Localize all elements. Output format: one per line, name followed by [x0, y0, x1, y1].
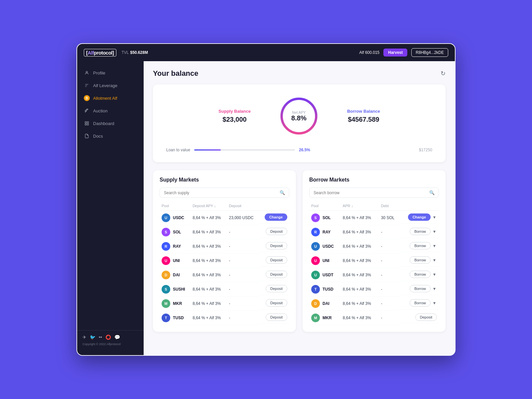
supply-market-table: Pool Deposit APY ↓ Deposit U USDC 8,64 %… — [160, 202, 289, 325]
borrow-pool-name: MKR — [323, 316, 332, 320]
supply-deposit-cell: - — [227, 239, 259, 254]
supply-search-input[interactable] — [164, 191, 277, 195]
twitter-icon[interactable]: 🐦 — [90, 334, 95, 340]
supply-deposit-button[interactable]: Deposit — [266, 285, 287, 292]
medium-icon[interactable]: •• — [99, 334, 102, 340]
supply-action-cell: Deposit — [259, 297, 289, 310]
supply-deposit-button[interactable]: Deposit — [266, 271, 287, 278]
svg-rect-4 — [87, 124, 88, 125]
borrow-apr-cell: 8,64 % + Alf 3% — [341, 211, 379, 225]
borrow-borrow-button[interactable]: Borrow — [410, 271, 431, 278]
supply-table-row: M MKR 8,64 % + Alf 3% - Deposit — [160, 297, 289, 311]
borrow-pool-cell: U UNI — [311, 256, 339, 265]
sidebar-item-profile[interactable]: Profile — [77, 66, 144, 79]
supply-change-button[interactable]: Change — [265, 213, 287, 221]
borrow-debt-cell: - — [379, 297, 400, 311]
borrow-debt-cell: - — [379, 311, 400, 325]
supply-action-cell: Deposit — [259, 282, 289, 295]
discord-icon[interactable]: 💬 — [114, 334, 120, 340]
borrow-pool-cell: U USDT — [311, 271, 339, 279]
content-header: Your balance ↻ — [153, 69, 446, 78]
reddit-icon[interactable]: ⭕ — [105, 334, 111, 340]
supply-pool-icon: S — [162, 285, 170, 294]
borrow-search-input[interactable] — [314, 191, 427, 195]
ltv-track — [194, 149, 295, 151]
ltv-percent: 26.5% — [299, 148, 310, 152]
supply-apy-cell: 8,64 % + Alf 3% — [191, 239, 227, 254]
borrow-action-cell: Borrow ▾ — [400, 282, 439, 295]
borrow-debt-cell: - — [379, 239, 400, 254]
topbar-right: Alf 600.015 Harvest R8HBg4...2kDE — [359, 48, 448, 57]
supply-balance-value: $23,000 — [218, 116, 251, 123]
borrow-borrow-button[interactable]: Borrow — [410, 285, 431, 292]
leverage-icon — [84, 82, 90, 88]
borrow-borrow-button[interactable]: Borrow — [410, 299, 431, 307]
borrow-chevron-button[interactable]: ▾ — [432, 285, 437, 292]
supply-balance-label: Supply Balance — [218, 109, 251, 114]
refresh-button[interactable]: ↻ — [441, 70, 446, 77]
supply-deposit-button[interactable]: Deposit — [266, 242, 287, 249]
borrow-borrow-button[interactable]: Borrow — [410, 242, 431, 249]
supply-deposit-cell: - — [227, 282, 259, 297]
borrow-chevron-button[interactable]: ▾ — [432, 228, 437, 235]
supply-apy-cell: 8,64 % + Alf 3% — [191, 311, 227, 325]
borrow-borrow-button[interactable]: Borrow — [410, 256, 431, 264]
supply-pool-icon: U — [162, 213, 170, 222]
sidebar-item-dashboard[interactable]: Dashboard — [77, 117, 144, 130]
borrow-pool-cell: M MKR — [311, 314, 339, 322]
borrow-chevron-button[interactable]: ▾ — [432, 271, 437, 278]
borrow-balance-label: Borrow Balance — [347, 109, 380, 114]
sidebar-item-docs[interactable]: Docs — [77, 130, 144, 142]
borrow-pool-name: USDT — [323, 273, 333, 277]
supply-table-row: S SUSHI 8,64 % + Alf 3% - Deposit — [160, 282, 289, 297]
supply-pool-name: DAI — [173, 273, 180, 277]
supply-deposit-button[interactable]: Deposit — [266, 256, 287, 264]
supply-markets-title: Supply Markets — [160, 177, 289, 183]
borrow-debt-cell: - — [379, 225, 400, 239]
supply-pool-icon: S — [162, 228, 170, 236]
borrow-borrow-button[interactable]: Borrow — [410, 228, 431, 235]
sidebar-item-leverage[interactable]: Alf Leverage — [77, 79, 144, 92]
ltv-label: Loan to value — [166, 148, 190, 152]
supply-pool-cell: M MKR — [162, 299, 189, 308]
borrow-chevron-button[interactable]: ▾ — [432, 257, 437, 263]
borrow-deposit-alt-button[interactable]: Deposit — [415, 314, 437, 321]
harvest-button[interactable]: Harvest — [383, 49, 407, 57]
borrow-apr-cell: 8,64 % + Alf 3% — [341, 254, 379, 268]
borrow-chevron-button[interactable]: ▾ — [432, 214, 437, 220]
borrow-change-button[interactable]: Change — [408, 213, 431, 221]
supply-deposit-button[interactable]: Deposit — [266, 299, 287, 307]
supply-col-deposit: Deposit — [227, 202, 259, 211]
supply-pool-name: USDC — [173, 215, 184, 220]
sidebar-item-allotment[interactable]: B Allotment Alf — [77, 92, 144, 104]
supply-pool-cell: S SOL — [162, 228, 189, 236]
supply-table-row: U USDC 8,64 % + Alf 3% 23,000 USDC Chang… — [160, 211, 289, 225]
sidebar-label-profile: Profile — [93, 70, 105, 75]
supply-pool-cell: T TUSD — [162, 314, 189, 322]
supply-pool-name: MKR — [173, 301, 182, 306]
supply-pool-name: SUSHI — [173, 287, 185, 292]
topbar: [Alfprotocol] TVL $50.628M Alf 600.015 H… — [77, 44, 455, 61]
supply-pool-cell: U UNI — [162, 256, 189, 265]
telegram-icon[interactable]: ✈ — [82, 334, 86, 340]
supply-deposit-button[interactable]: Deposit — [266, 228, 287, 235]
borrow-chevron-button[interactable]: ▾ — [432, 242, 437, 249]
supply-search-icon: 🔍 — [280, 190, 285, 195]
allotment-icon: B — [84, 95, 90, 101]
borrow-pool-cell: R RAY — [311, 228, 339, 236]
tvl-label: TVL — [122, 50, 129, 55]
supply-deposit-button[interactable]: Deposit — [266, 314, 287, 321]
supply-col-apy: Deposit APY ↓ — [191, 202, 227, 211]
borrow-table-row: U UNI 8,64 % + Alf 3% - Borrow ▾ — [309, 254, 439, 268]
borrow-pool-cell: S SOL — [311, 213, 339, 222]
supply-pool-name: SOL — [173, 230, 181, 234]
borrow-pool-icon: U — [311, 256, 320, 265]
borrow-search-box[interactable]: 🔍 — [309, 188, 439, 198]
wallet-button[interactable]: R8HBg4...2kDE — [411, 48, 448, 57]
supply-search-box[interactable]: 🔍 — [160, 188, 289, 198]
supply-pool-icon: M — [162, 299, 170, 308]
borrow-debt-cell: - — [379, 282, 400, 297]
sidebar-item-auction[interactable]: Auction — [77, 104, 144, 117]
borrow-chevron-button[interactable]: ▾ — [432, 300, 437, 306]
borrow-table-row: R RAY 8,64 % + Alf 3% - Borrow ▾ — [309, 225, 439, 239]
